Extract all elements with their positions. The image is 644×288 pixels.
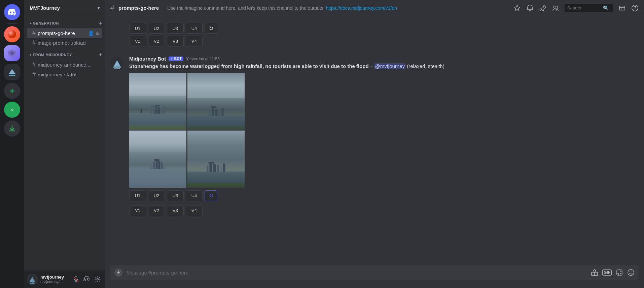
add-server-button[interactable]: +	[4, 83, 20, 99]
message-suffix: (relaxed, stealth)	[407, 63, 444, 69]
user-avatar	[27, 274, 38, 285]
v1-button[interactable]: V1	[129, 205, 146, 216]
channel-name-label: image-prompt-upload	[38, 40, 100, 46]
help-icon[interactable]	[631, 4, 639, 12]
category-generation[interactable]: ▾ GENERATION +	[24, 19, 105, 28]
first-v2-button[interactable]: V2	[148, 36, 165, 46]
svg-point-17	[628, 269, 634, 276]
first-v1-button[interactable]: V1	[129, 36, 146, 46]
inbox-icon[interactable]	[618, 4, 626, 12]
download-button[interactable]	[4, 120, 20, 137]
members-icon[interactable]	[552, 4, 559, 12]
svg-point-19	[632, 272, 632, 272]
first-u2-button[interactable]: U2	[148, 23, 165, 34]
message-author[interactable]: Midjourney Bot	[129, 56, 166, 62]
input-right-icons: GIF	[591, 269, 635, 276]
channel-header: # prompts-go-here Use the /imagine comma…	[105, 0, 644, 16]
u2-button[interactable]: U2	[148, 190, 165, 201]
search-icon: 🔍	[603, 5, 609, 11]
user-controls	[71, 275, 102, 284]
category-chevron-icon: ▾	[30, 22, 32, 25]
user-settings-button[interactable]	[93, 275, 102, 284]
channel-topic: Use the /imagine command here, and let's…	[167, 5, 509, 11]
u4-button[interactable]: U4	[186, 190, 203, 201]
message-header: Midjourney Bot ✓ BOT Yesterday at 11:55	[129, 56, 639, 62]
boost-icon[interactable]	[513, 4, 521, 12]
first-upscale-row: U1 U2 U3 U4 ↻	[129, 23, 620, 34]
add-member-icon[interactable]: 👤	[88, 31, 94, 36]
refresh-button[interactable]: ↻	[205, 190, 217, 201]
message-bold-text: Stonehenge has become waterlogged from h…	[129, 63, 369, 69]
deafen-button[interactable]	[82, 275, 92, 284]
first-refresh-button[interactable]: ↻	[205, 23, 217, 34]
channel-name-label: prompts-go-here	[38, 30, 86, 36]
image-cell-tr[interactable]	[187, 73, 245, 130]
server-header[interactable]: MVFJourney ▾	[24, 0, 105, 16]
notification-bell-icon[interactable]	[526, 4, 534, 12]
server-icon-red[interactable]	[4, 26, 20, 42]
u1-button[interactable]: U1	[129, 190, 146, 201]
category-frommidjourney-label: FROM MIDJOURNEY	[33, 53, 72, 57]
channel-header-hash-icon: #	[110, 4, 114, 12]
v2-button[interactable]: V2	[148, 205, 165, 216]
v4-button[interactable]: V4	[186, 205, 203, 216]
discord-home-button[interactable]	[4, 4, 20, 20]
message-input[interactable]	[127, 266, 587, 279]
image-cell-bl[interactable]	[129, 131, 186, 188]
header-icons: 🔍	[513, 4, 639, 12]
category-add-button[interactable]: +	[99, 20, 102, 26]
channel-item-midjourney-announce[interactable]: # midjourney-announce...	[27, 60, 102, 70]
v3-button[interactable]: V3	[167, 205, 184, 216]
pin-icon[interactable]	[539, 4, 546, 12]
channel-hash-icon: #	[32, 71, 36, 78]
message-mention[interactable]: @mvfjourney	[374, 63, 405, 69]
category-add-button[interactable]: +	[99, 52, 102, 58]
mute-button[interactable]	[71, 275, 81, 284]
server-icon-purple[interactable]	[4, 45, 20, 61]
header-divider	[163, 4, 163, 12]
user-info: mvfjourney mvfjourney#...	[40, 275, 69, 284]
gift-icon[interactable]	[591, 269, 598, 276]
image-cell-tl[interactable]	[129, 73, 186, 130]
user-panel: mvfjourney mvfjourney#...	[24, 271, 105, 288]
image-grid[interactable]	[129, 73, 245, 188]
channel-list: ▾ GENERATION + # prompts-go-here 👤 ⚙ # i…	[24, 16, 105, 271]
category-chevron-icon: ▾	[30, 53, 32, 57]
svg-point-1	[10, 51, 14, 55]
channel-icons: 👤 ⚙	[88, 31, 100, 36]
search-bar[interactable]: 🔍	[565, 4, 613, 12]
first-v4-button[interactable]: V4	[186, 36, 203, 46]
image-cell-br[interactable]	[187, 131, 245, 188]
first-v3-button[interactable]: V3	[167, 36, 184, 46]
sticker-icon[interactable]	[616, 269, 623, 276]
search-input[interactable]	[567, 5, 601, 10]
category-frommidjourney[interactable]: ▾ FROM MIDJOURNEY +	[24, 50, 105, 59]
input-add-button[interactable]: +	[114, 268, 122, 277]
channel-item-prompts-go-here[interactable]: # prompts-go-here 👤 ⚙	[27, 28, 102, 38]
u3-button[interactable]: U3	[167, 190, 184, 201]
channel-sidebar: MVFJourney ▾ ▾ GENERATION + # prompts-go…	[24, 0, 105, 288]
channel-name-label: midjourney-status	[38, 72, 100, 77]
settings-channel-icon[interactable]: ⚙	[95, 31, 100, 36]
server-icon-discover[interactable]	[4, 102, 20, 118]
topic-link[interactable]: https://docs.midjourney.com/v1/en	[326, 5, 397, 11]
emoji-icon[interactable]	[627, 269, 635, 276]
first-u3-button[interactable]: U3	[167, 23, 184, 34]
upscale-row: U1 U2 U3 U4 ↻	[129, 190, 217, 201]
message-input-area: + GIF	[105, 265, 644, 288]
server-sidebar: +	[0, 0, 24, 288]
message-input-container: + GIF	[110, 265, 639, 280]
chat-area: U1 U2 U3 U4 ↻ V1 V2 V3 V4	[105, 16, 644, 265]
server-icon-boat[interactable]	[4, 64, 20, 80]
first-variation-row: V1 V2 V3 V4	[129, 36, 620, 46]
svg-point-4	[11, 109, 13, 110]
first-u4-button[interactable]: U4	[186, 23, 203, 34]
svg-point-8	[97, 279, 99, 280]
channel-hash-icon: #	[32, 39, 36, 46]
svg-rect-16	[617, 270, 622, 275]
gif-icon[interactable]: GIF	[602, 269, 612, 276]
channel-item-midjourney-status[interactable]: # midjourney-status	[27, 70, 102, 79]
bot-label: BOT	[174, 57, 182, 61]
channel-item-image-prompt-upload[interactable]: # image-prompt-upload	[27, 38, 102, 48]
first-u1-button[interactable]: U1	[129, 23, 146, 34]
